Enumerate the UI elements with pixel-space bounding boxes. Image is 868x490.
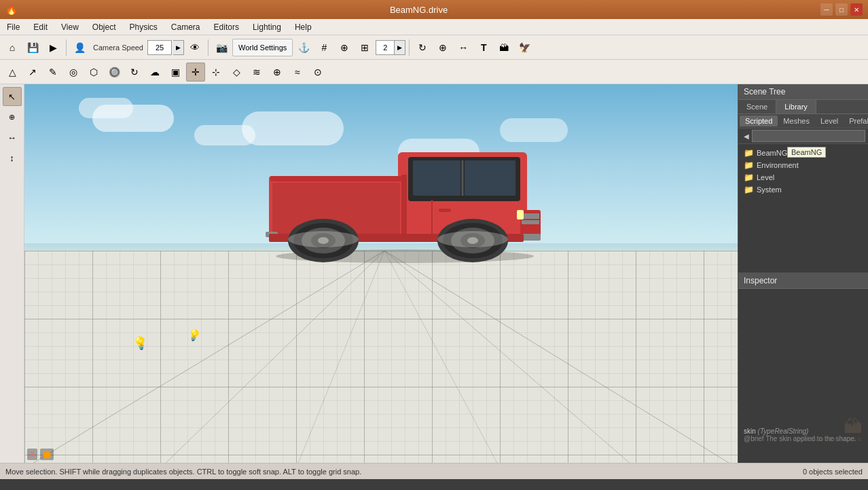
tb2-dot-button[interactable]: 🔘 <box>105 63 124 82</box>
world-settings-button[interactable]: World Settings <box>232 39 293 56</box>
menu-camera[interactable]: Camera <box>164 19 207 35</box>
tb2-arrow-button[interactable]: ↗ <box>23 63 42 82</box>
search-input[interactable] <box>752 130 865 142</box>
maximize-button[interactable]: □ <box>835 3 848 16</box>
viewport-indicators: X ⬤ <box>27 449 54 460</box>
lt-select-button[interactable]: ↖ <box>3 87 22 106</box>
svg-point-38 <box>437 231 508 247</box>
window-controls: ─ □ ✕ <box>820 3 863 16</box>
tb-eye-button[interactable]: 👁 <box>185 38 204 57</box>
menubar: File Edit View Object Physics Camera Edi… <box>0 19 868 35</box>
toolbar1: ⌂ 💾 ▶ 👤 Camera Speed ▶ 👁 📷 World Setting… <box>0 35 868 60</box>
tb-separator1 <box>66 39 67 56</box>
tb-person-button[interactable]: 👤 <box>70 38 89 57</box>
tree-item-environment[interactable]: 📁 Environment <box>738 159 868 171</box>
tb2-cloud-button[interactable]: ☁ <box>145 63 164 82</box>
menu-editors[interactable]: Editors <box>207 19 246 35</box>
tb2-plus-button[interactable]: ⊕ <box>268 63 287 82</box>
camera-speed-arrow[interactable]: ▶ <box>173 40 184 55</box>
snap-num-input[interactable] <box>376 40 395 55</box>
menu-edit[interactable]: Edit <box>26 19 54 35</box>
beamng-tooltip: BeamNG <box>787 147 826 158</box>
lib-tab-scripted[interactable]: Scripted <box>740 116 778 126</box>
camera-speed-label: Camera Speed <box>93 43 143 52</box>
menu-file[interactable]: File <box>0 19 26 35</box>
app-icon: 🔥 <box>5 4 17 15</box>
tb-terrain-button[interactable]: 🏔 <box>494 38 513 57</box>
tb2-box-button[interactable]: ▣ <box>166 63 185 82</box>
svg-rect-12 <box>465 160 516 196</box>
lib-tab-meshes[interactable]: Meshes <box>778 116 815 126</box>
tb-home-button[interactable]: ⌂ <box>3 38 22 57</box>
svg-rect-17 <box>401 175 407 237</box>
tree-item-system[interactable]: 📁 System <box>738 183 868 196</box>
tree-items: 📁 BeamNG BeamNG 📁 Environment 📁 Level 📁 … <box>738 144 868 273</box>
tb-text-button[interactable]: T <box>474 38 493 57</box>
left-toolbar: ↖ ⊕ ↔ ↕ <box>0 84 24 463</box>
tb-move-button[interactable]: ↔ <box>454 38 473 57</box>
ground <box>24 251 738 463</box>
tree-item-system-label: System <box>757 186 782 194</box>
svg-point-37 <box>288 231 359 247</box>
tb2-rotate-button[interactable]: ↻ <box>125 63 144 82</box>
tb-scale-button[interactable]: ⊕ <box>433 38 452 57</box>
toolbar2: △ ↗ ✎ ◎ ⬡ 🔘 ↻ ☁ ▣ ✛ ⊹ ◇ ≋ ⊕ ≈ ⊙ <box>0 60 868 84</box>
lt-move-button[interactable]: ↔ <box>3 128 22 147</box>
snap-num-arrow[interactable]: ▶ <box>395 40 405 55</box>
tb2-wave-button[interactable]: ≋ <box>247 63 266 82</box>
menu-physics[interactable]: Physics <box>123 19 164 35</box>
tb2-pencil-button[interactable]: ✎ <box>43 63 62 82</box>
tb-play-button[interactable]: ▶ <box>43 38 62 57</box>
tree-item-environment-label: Environment <box>757 161 799 169</box>
lib-tab-level[interactable]: Level <box>815 116 844 126</box>
tb-bird-button[interactable]: 🦅 <box>515 38 534 57</box>
tb-screenshot-button[interactable]: 📷 <box>212 38 231 57</box>
field-name: skin (TypeRealString) <box>744 427 808 435</box>
tb-save-button[interactable]: 💾 <box>23 38 42 57</box>
folder-icon-beamng: 📁 <box>744 148 754 158</box>
tree-item-level[interactable]: 📁 Level <box>738 171 868 183</box>
window-title: BeamNG.drive <box>17 5 820 15</box>
tb2-cross-button[interactable]: ✛ <box>186 63 205 82</box>
search-back-arrow[interactable]: ◀ <box>741 133 752 140</box>
tb2-hex-button[interactable]: ⬡ <box>84 63 103 82</box>
svg-rect-1 <box>24 251 738 463</box>
menu-object[interactable]: Object <box>86 19 123 35</box>
tb2-target-button[interactable]: ⊙ <box>308 63 327 82</box>
folder-icon-environment: 📁 <box>744 160 754 170</box>
statusbar: Move selection. SHIFT while dragging dup… <box>0 463 868 479</box>
scene-tab-scene[interactable]: Scene <box>738 100 776 113</box>
viewport[interactable]: 💡 💡 X ⬤ <box>24 84 738 463</box>
svg-rect-21 <box>522 220 539 224</box>
main-area: ↖ ⊕ ↔ ↕ <box>0 84 868 463</box>
tb2-star-button[interactable]: ⊹ <box>206 63 225 82</box>
tb-grid-button[interactable]: # <box>314 38 333 57</box>
tb2-approx-button[interactable]: ≈ <box>288 63 307 82</box>
right-panel: Scene Tree Scene Library Scripted Meshes… <box>738 84 868 463</box>
scene-tab-library[interactable]: Library <box>776 100 816 113</box>
obj-indicator: ⬤ <box>40 449 54 460</box>
lt-add-button[interactable]: ⊕ <box>3 107 22 126</box>
tb-separator2 <box>208 39 209 56</box>
tb-magnet-button[interactable]: ⊞ <box>355 38 374 57</box>
close-button[interactable]: ✕ <box>850 3 863 16</box>
menu-view[interactable]: View <box>54 19 86 35</box>
tb2-circle-button[interactable]: ◎ <box>64 63 83 82</box>
lt-resize-button[interactable]: ↕ <box>3 148 22 167</box>
folder-icon-level: 📁 <box>744 173 754 182</box>
statusbar-right: 0 objects selected <box>803 468 863 476</box>
tb-rotate-button[interactable]: ↻ <box>413 38 432 57</box>
tb2-diamond-button[interactable]: ◇ <box>227 63 246 82</box>
truck-model <box>262 122 547 271</box>
tb2-select-button[interactable]: △ <box>3 63 22 82</box>
lib-tab-prefabs[interactable]: Prefabs <box>844 116 868 126</box>
menu-lighting[interactable]: Lighting <box>246 19 288 35</box>
camera-speed-input[interactable] <box>147 40 172 55</box>
tb-anchor-button[interactable]: ⚓ <box>294 38 313 57</box>
minimize-button[interactable]: ─ <box>820 3 833 16</box>
tb-snap-button[interactable]: ⊕ <box>335 38 354 57</box>
menu-help[interactable]: Help <box>288 19 319 35</box>
titlebar: 🔥 BeamNG.drive ─ □ ✕ <box>0 0 868 19</box>
inspector-panel: Inspector 🏔 WORLD OF MODS skin (TypeReal… <box>738 273 868 463</box>
field-desc: @brief The skin applied to the shape. <box>744 435 856 442</box>
